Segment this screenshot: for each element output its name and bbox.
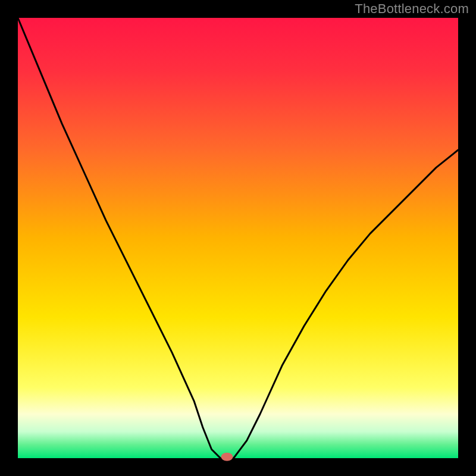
bottleneck-chart: [0, 0, 476, 476]
chart-stage: TheBottleneck.com: [0, 0, 476, 476]
plot-area: [18, 18, 458, 458]
watermark-text: TheBottleneck.com: [355, 1, 469, 17]
optimum-marker: [221, 453, 233, 461]
